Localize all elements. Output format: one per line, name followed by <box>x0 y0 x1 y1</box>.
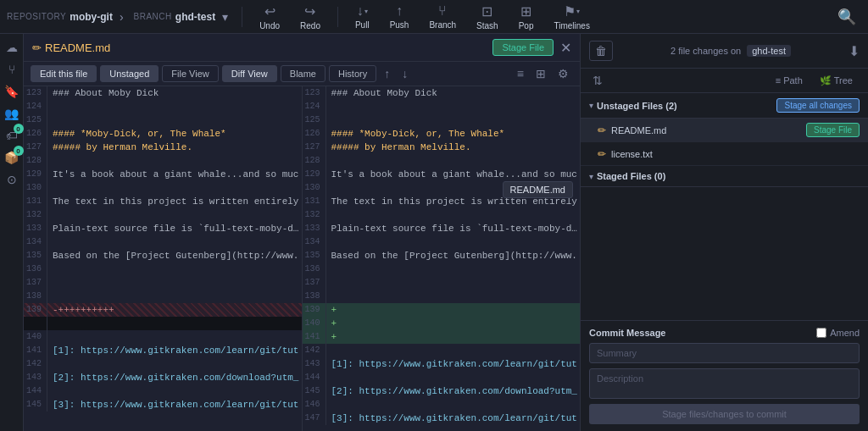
amend-label[interactable]: Amend <box>816 328 860 338</box>
branch-tag: ghd-test <box>747 45 791 57</box>
discard-button[interactable]: 🗑 <box>589 41 613 61</box>
sidebar-icon-people[interactable]: 👥 <box>2 103 22 124</box>
undo-label: Undo <box>259 21 280 30</box>
diff-line: 126#### *Moby-Dick, or, The Whale* <box>24 127 302 141</box>
push-button[interactable]: ↑ Push <box>383 2 416 31</box>
summary-input[interactable] <box>589 343 860 363</box>
repo-chevron[interactable]: › <box>116 8 127 25</box>
diff-content: 123### About Moby Dick 124 125 126#### *… <box>24 86 580 431</box>
amend-checkbox[interactable] <box>816 328 826 338</box>
repo-label: repository <box>7 12 66 21</box>
diff-pane-right[interactable]: 123### About Moby Dick 124 125 126#### *… <box>303 86 581 431</box>
close-diff-button[interactable]: ✕ <box>560 40 571 56</box>
repo-section: repository moby-git › <box>7 8 127 25</box>
redo-button[interactable]: ↪ Redo <box>293 2 327 32</box>
diff-line: 132 <box>24 208 302 222</box>
stage-file-button[interactable]: Stage File <box>492 39 554 56</box>
sidebar-icon-github[interactable]: ⊙ <box>2 169 22 190</box>
pop-label: Pop <box>519 21 534 30</box>
edit-file-button[interactable]: Edit this file <box>31 65 97 82</box>
push-icon: ↑ <box>396 3 403 19</box>
diff-line: 136 <box>24 262 302 276</box>
branch-button[interactable]: ⑂ Branch <box>422 2 463 31</box>
sidebar-icon-bookmark[interactable]: 🔖 <box>2 81 22 102</box>
diff-line: 137 <box>303 276 581 290</box>
path-icon: ≡ <box>776 75 781 86</box>
search-icon: 🔍 <box>837 8 856 25</box>
redo-label: Redo <box>300 21 320 30</box>
history-button[interactable]: History <box>329 65 376 82</box>
diff-line: 130 <box>24 181 302 195</box>
tree-tab[interactable]: 🌿 Tree <box>813 73 860 89</box>
path-tab[interactable]: ≡ Path <box>769 73 810 88</box>
diff-line: 124 <box>24 100 302 113</box>
stage-all-button[interactable]: Stage all changes <box>776 98 860 113</box>
diff-line: 142 <box>24 357 302 371</box>
diff-line: 143[2]: https://www.gitkraken.com/downlo… <box>24 371 302 384</box>
diff-line: 133Plain-text source file is `full-text-… <box>303 222 581 235</box>
tree-icon: 🌿 <box>820 75 832 86</box>
download-button[interactable]: ⬇ <box>849 43 860 59</box>
undo-button[interactable]: ↩ Undo <box>253 2 287 32</box>
stash-label: Stash <box>476 21 498 30</box>
grid-icon-button[interactable]: ⊞ <box>531 65 550 82</box>
diff-line-empty <box>24 317 302 330</box>
diff-line: 140 <box>24 330 302 344</box>
diff-pane-wrapper: 123### About Moby Dick 124 125 126#### *… <box>303 86 581 431</box>
search-button[interactable]: 🔍 <box>832 6 861 28</box>
diff-line: 132 <box>303 208 581 222</box>
commit-message-label: Commit Message <box>589 328 665 338</box>
timelines-button[interactable]: ⚑▾ Timelines <box>547 2 596 32</box>
diff-view-button[interactable]: Diff View <box>222 65 277 82</box>
branch-label: branch <box>134 12 172 21</box>
redo-icon: ↪ <box>304 3 315 19</box>
file-view-button[interactable]: File View <box>162 65 218 82</box>
diff-line: 124 <box>303 100 581 113</box>
amend-text: Amend <box>830 328 860 338</box>
repo-name: moby-git <box>70 11 113 23</box>
staged-title: Staged Files (0) <box>597 171 860 181</box>
box-badge: 0 <box>14 146 24 156</box>
commit-header: Commit Message Amend <box>589 328 860 338</box>
diff-line: 137 <box>24 276 302 290</box>
file1-name: README.md <box>611 125 801 135</box>
description-input[interactable] <box>589 368 860 399</box>
diff-line-added: 139+ <box>303 303 581 317</box>
diff-line: 131The text in this project is written e… <box>24 195 302 208</box>
stash-button[interactable]: ⊡ Stash <box>470 2 505 32</box>
undo-icon: ↩ <box>264 3 275 19</box>
sidebar-icon-box[interactable]: 📦 0 <box>2 147 22 168</box>
pull-button[interactable]: ↓▾ Pull <box>348 2 376 31</box>
unstaged-chevron: ▾ <box>589 101 593 110</box>
diff-line: 134 <box>303 235 581 249</box>
stage-file1-button[interactable]: Stage File <box>806 123 860 137</box>
unstaged-button[interactable]: Unstaged <box>100 65 159 82</box>
sidebar-icon-merge[interactable]: ⑂ <box>2 59 22 80</box>
branch-dropdown[interactable]: ▾ <box>219 8 231 25</box>
file-item-readme[interactable]: ✏ README.md Stage File <box>581 119 868 142</box>
diff-area: ✏ README.md Stage File ✕ Edit this file … <box>24 34 580 431</box>
unstaged-section-header[interactable]: ▾ Unstaged Files (2) Stage all changes <box>581 93 868 119</box>
diff-line-added: 140+ <box>303 317 581 330</box>
file-item-license[interactable]: ✏ license.txt Stage File <box>581 142 868 166</box>
right-panel-tabs: ⇅ ≡ Path 🌿 Tree <box>581 69 868 93</box>
sort-button[interactable]: ⇅ <box>589 72 606 89</box>
diff-line: 138 <box>24 290 302 303</box>
diff-pane-left[interactable]: 123### About Moby Dick 124 125 126#### *… <box>24 86 302 431</box>
blame-button[interactable]: Blame <box>281 65 326 82</box>
tree-label: Tree <box>834 75 853 86</box>
diff-line: 142 <box>303 344 581 357</box>
pencil-icon: ✏ <box>32 41 42 54</box>
arrow-down-button[interactable]: ↓ <box>398 65 412 82</box>
diff-toolbar: Edit this file Unstaged File View Diff V… <box>24 62 580 86</box>
staged-section-header[interactable]: ▾ Staged Files (0) <box>581 166 868 187</box>
sidebar-icon-tag[interactable]: 🏷 0 <box>2 125 22 146</box>
sidebar-icon-cloud[interactable]: ☁ <box>2 37 22 58</box>
arrow-up-button[interactable]: ↑ <box>380 65 394 82</box>
list-icon-button[interactable]: ≡ <box>513 65 528 82</box>
diff-line: 127##### by Herman Melville. <box>303 141 581 154</box>
pop-button[interactable]: ⊞ Pop <box>512 2 541 32</box>
settings-icon-button[interactable]: ⚙ <box>554 65 573 82</box>
diff-line: 129It's a book about a giant whale...and… <box>24 168 302 181</box>
stash-icon: ⊡ <box>481 3 492 19</box>
